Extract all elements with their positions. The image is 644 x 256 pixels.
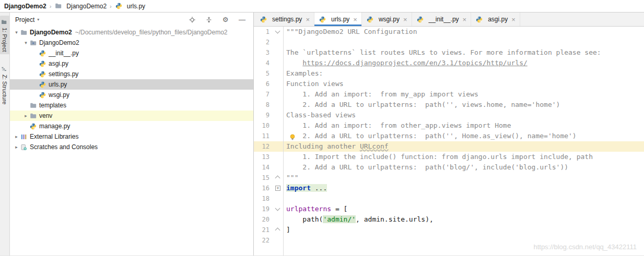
editor[interactable]: 1"""DjangoDemo2 URL Configuration23The `… <box>254 27 644 256</box>
fold-start-icon[interactable] <box>275 206 280 211</box>
collapse-all-button[interactable] <box>205 16 215 23</box>
editor-line-6[interactable]: 6Function views <box>254 79 644 89</box>
tree-item-external-libraries[interactable]: ▸External Libraries <box>10 131 253 142</box>
line-number: 7 <box>254 89 270 100</box>
tree-item-djangodemo2[interactable]: ▾DjangoDemo2 <box>10 38 253 48</box>
tree-item-path: ~/Documents/develop_files/python_files/D… <box>75 29 228 36</box>
close-tab-icon[interactable]: × <box>306 16 310 23</box>
chevron-right-icon[interactable]: ▸ <box>13 134 20 139</box>
tree-item-djangodemo2[interactable]: ▾DjangoDemo2~/Documents/develop_files/py… <box>10 27 253 38</box>
breadcrumb-separator: › <box>50 3 52 9</box>
tree-item-urls-py[interactable]: urls.py <box>10 79 253 90</box>
breadcrumb-item-djangodemo2[interactable]: DjangoDemo2 <box>4 3 46 10</box>
collapse-all-icon <box>205 16 213 23</box>
editor-line-4[interactable]: 4 https://docs.djangoproject.com/en/3.1/… <box>254 58 644 68</box>
fold-column[interactable] <box>270 27 283 37</box>
fold-end-icon[interactable] <box>275 228 280 233</box>
chevron-right-icon[interactable]: ▸ <box>22 113 29 118</box>
editor-line-2[interactable]: 2 <box>254 37 644 47</box>
editor-line-3[interactable]: 3The `urlpatterns` list routes URLs to v… <box>254 47 644 58</box>
editor-line-13[interactable]: 13 1. Import the include() function: fro… <box>254 152 644 162</box>
tool-window-button-label: Z: Structure <box>2 75 8 104</box>
breadcrumb-separator: › <box>110 3 112 9</box>
code-segment: import <box>286 184 311 192</box>
editor-line-16[interactable]: 16+import ... <box>254 183 644 193</box>
chevron-down-icon[interactable]: ▾ <box>22 40 29 45</box>
hide-button[interactable]: — <box>238 16 248 23</box>
line-number: 12 <box>254 141 270 152</box>
editor-line-10[interactable]: 10 1. Add an import: from other_app.view… <box>254 120 644 131</box>
line-number: 15 <box>254 173 270 183</box>
breadcrumb-item-djangodemo2[interactable]: DjangoDemo2 <box>54 3 107 10</box>
editor-line-8[interactable]: 8 2. Add a URL to urlpatterns: path('', … <box>254 100 644 110</box>
locate-button[interactable] <box>188 16 198 23</box>
fold-column[interactable] <box>270 204 283 214</box>
tree-item-wsgi-py[interactable]: wsgi.py <box>10 90 253 100</box>
editor-line-21[interactable]: 21] <box>254 225 644 235</box>
editor-line-22[interactable]: 22 <box>254 235 644 246</box>
editor-tab-asgi-py[interactable]: asgi.py× <box>471 13 520 26</box>
line-number: 6 <box>254 79 270 89</box>
code-text: """ <box>283 173 644 183</box>
line-number: 18 <box>254 193 270 204</box>
scratches-icon <box>20 143 28 151</box>
editor-lines: 1"""DjangoDemo2 URL Configuration23The `… <box>254 27 644 246</box>
project-panel-toolbar: ⚙— <box>188 16 248 23</box>
folder-icon <box>20 29 28 36</box>
editor-line-5[interactable]: 5Examples: <box>254 68 644 79</box>
tree-item-label: External Libraries <box>30 133 78 140</box>
project-icon <box>0 18 8 26</box>
chevron-down-icon[interactable]: ▾ <box>13 30 20 35</box>
editor-line-20[interactable]: 20 path('admin/', admin.site.urls), <box>254 214 644 225</box>
editor-tab-init-py[interactable]: __init__.py× <box>412 13 472 26</box>
editor-line-12[interactable]: 12Including another URLconf <box>254 141 644 152</box>
editor-tab-wsgi-py[interactable]: wsgi.py× <box>362 13 412 26</box>
close-tab-icon[interactable]: × <box>353 16 357 23</box>
code-segment: 2. Add a URL to urlpatterns: path('', vi… <box>286 101 560 108</box>
fold-end-icon[interactable] <box>275 176 280 181</box>
close-tab-icon[interactable]: × <box>403 16 407 23</box>
settings-gear-button[interactable]: ⚙ <box>221 16 231 23</box>
tool-window-button-z-structure[interactable]: Z: Structure <box>0 63 10 107</box>
code-text: https://docs.djangoproject.com/en/3.1/to… <box>283 58 644 68</box>
editor-line-9[interactable]: 9Class-based views <box>254 110 644 120</box>
code-text: The `urlpatterns` list routes URLs to vi… <box>283 47 644 58</box>
tool-window-button-1-project[interactable]: 1: Project <box>0 16 10 54</box>
tree-item-templates[interactable]: templates <box>10 100 253 111</box>
chevron-right-icon[interactable]: ▸ <box>13 144 20 150</box>
editor-line-7[interactable]: 7 1. Add an import: from my_app import v… <box>254 89 644 100</box>
fold-plus-icon[interactable]: + <box>275 186 280 191</box>
project-tree: ▾DjangoDemo2~/Documents/develop_files/py… <box>10 27 253 256</box>
tree-item-label: DjangoDemo2 <box>39 39 79 46</box>
editor-line-11[interactable]: 11 2. Add a URL to urlpatterns: path('',… <box>254 131 644 141</box>
breadcrumb-item-urls-py[interactable]: urls.py <box>115 3 145 10</box>
fold-column <box>270 141 283 152</box>
fold-column[interactable] <box>270 225 283 235</box>
tree-item-manage-py[interactable]: manage.py <box>10 121 253 131</box>
tree-item-asgi-py[interactable]: asgi.py <box>10 58 253 69</box>
intention-bulb-icon[interactable] <box>289 133 296 139</box>
code-text: Function views <box>283 79 644 89</box>
editor-line-1[interactable]: 1"""DjangoDemo2 URL Configuration <box>254 27 644 37</box>
fold-column[interactable] <box>270 173 283 183</box>
fold-column <box>270 58 283 68</box>
fold-column[interactable]: + <box>270 183 283 193</box>
code-segment: """ <box>286 174 298 181</box>
editor-tab-settings-py[interactable]: settings.py× <box>255 13 314 26</box>
editor-line-18[interactable]: 18 <box>254 193 644 204</box>
close-tab-icon[interactable]: × <box>463 16 467 23</box>
tree-item-label: venv <box>39 112 52 119</box>
tree-item-scratches-and-consoles[interactable]: ▸Scratches and Consoles <box>10 142 253 152</box>
editor-line-15[interactable]: 15""" <box>254 173 644 183</box>
editor-line-14[interactable]: 14 2. Add a URL to urlpatterns: path('bl… <box>254 162 644 173</box>
tree-item-venv[interactable]: ▸venv <box>10 111 253 121</box>
tree-item-init-py[interactable]: __init__.py <box>10 48 253 58</box>
editor-line-19[interactable]: 19urlpatterns = [ <box>254 204 644 214</box>
fold-start-icon[interactable] <box>275 29 280 34</box>
fold-column <box>270 193 283 204</box>
close-tab-icon[interactable]: × <box>511 16 516 23</box>
tree-item-settings-py[interactable]: settings.py <box>10 69 253 79</box>
editor-tab-urls-py[interactable]: urls.py× <box>314 13 362 26</box>
project-panel-title-dropdown[interactable]: Project ▾ <box>15 16 39 23</box>
tree-item-label: templates <box>39 102 66 109</box>
